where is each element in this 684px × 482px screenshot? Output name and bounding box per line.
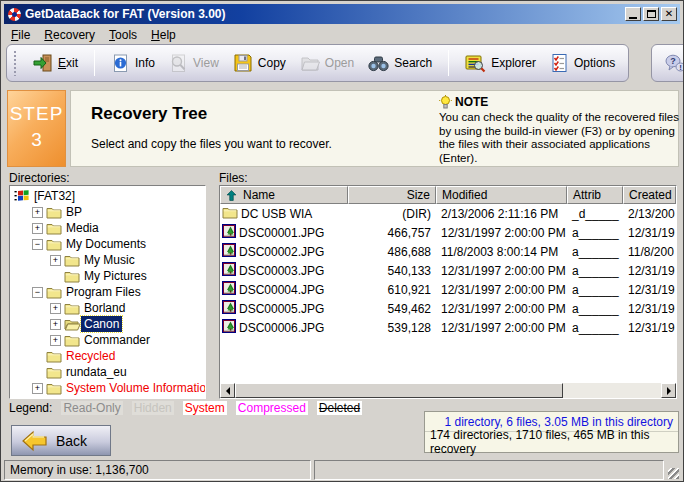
tree-item-program-files[interactable]: −Program Files (10, 284, 205, 300)
tree-expander-plus[interactable]: + (50, 303, 61, 314)
banner-panel: Recovery Tree Select and copy the files … (70, 90, 679, 167)
status-bar: Memory in use: 1,136,700 (4, 460, 680, 480)
exit-label: Exit (58, 56, 78, 70)
file-attrib: a______ (567, 261, 623, 280)
scrollbar-track[interactable] (563, 383, 661, 398)
scrollbar-thumb[interactable] (235, 383, 563, 398)
toolbar-help-group: ? ! Help (651, 44, 684, 82)
column-header-modified[interactable]: Modified (436, 186, 567, 204)
file-size: 539,128 (348, 318, 436, 337)
tree-item-rundata-eu[interactable]: rundata_eu (10, 364, 205, 380)
minimize-button[interactable] (625, 7, 641, 21)
files-panel: Name Size Modified Attrib Created DC USB… (219, 185, 677, 399)
file-name: DC USB WIA (241, 207, 312, 221)
tree-item-system-volume-information[interactable]: +System Volume Information (10, 380, 205, 396)
tree-expander-plus[interactable]: + (32, 223, 43, 234)
file-size: 486,688 (348, 242, 436, 261)
menu-file[interactable]: File (4, 27, 37, 43)
file-name: DSC00002.JPG (239, 245, 324, 259)
file-name-cell: DSC00004.JPG (220, 280, 348, 299)
help-button[interactable]: ? ! Help (658, 51, 684, 76)
tree-item-borland[interactable]: +Borland (10, 300, 205, 316)
column-header-name[interactable]: Name (220, 186, 348, 204)
file-created: 12/31/19 (623, 299, 676, 318)
search-button[interactable]: Search (361, 51, 439, 76)
explorer-label: Explorer (491, 56, 536, 70)
close-button[interactable]: ✕ (661, 7, 677, 21)
note-title: NOTE (455, 95, 488, 109)
tree-item-media[interactable]: +Media (10, 220, 205, 236)
tree-item-label: Program Files (63, 284, 144, 300)
tree-expander-plus[interactable]: + (50, 335, 61, 346)
file-row[interactable]: DC USB WIA(DIR)2/13/2006 2:11:16 PM_d___… (220, 204, 676, 223)
tree-item--fat32-[interactable]: [FAT32] (10, 188, 205, 204)
column-header-attrib[interactable]: Attrib (567, 186, 623, 204)
file-name-cell: DSC00005.JPG (220, 299, 348, 318)
tree-item-my-documents[interactable]: −My Documents (10, 236, 205, 252)
tree-item-label: BP (63, 204, 85, 220)
info-button[interactable]: Info (104, 51, 162, 76)
toolbar-grip[interactable] (13, 50, 18, 76)
exit-button[interactable]: Exit (26, 50, 85, 76)
menu-help[interactable]: Help (144, 27, 183, 43)
file-row[interactable]: DSC00005.JPG549,46212/31/1997 2:00:00 PM… (220, 299, 676, 318)
tree-expander-plus[interactable]: + (50, 255, 61, 266)
toolbar-separator (94, 50, 95, 76)
maximize-icon (647, 10, 656, 18)
copy-button[interactable]: Copy (226, 50, 293, 76)
menu-tools[interactable]: Tools (102, 27, 144, 43)
scroll-left-icon (222, 387, 230, 395)
tree-item-commander[interactable]: +Commander (10, 332, 205, 348)
tree-item-canon[interactable]: +Canon (10, 316, 205, 332)
legend-hidden: Hidden (132, 401, 174, 415)
tree-expander-minus[interactable]: − (32, 239, 43, 250)
folder-icon (222, 206, 238, 222)
tree-item-my-pictures[interactable]: My Pictures (10, 268, 205, 284)
tree-expander-plus[interactable]: + (50, 319, 61, 330)
files-rows: DC USB WIA(DIR)2/13/2006 2:11:16 PM_d___… (220, 204, 676, 337)
tree-item-label: My Pictures (81, 268, 150, 284)
scroll-right-button[interactable] (661, 383, 676, 398)
folder-icon (64, 334, 81, 347)
tree-expander-plus[interactable]: + (32, 383, 43, 394)
folder-icon (64, 302, 81, 315)
file-name-cell: DSC00002.JPG (220, 242, 348, 261)
file-row[interactable]: DSC00003.JPG540,13312/31/1997 2:00:00 PM… (220, 261, 676, 280)
menu-recovery[interactable]: Recovery (37, 27, 102, 43)
column-header-created[interactable]: Created (623, 186, 676, 204)
column-header-size[interactable]: Size (348, 186, 436, 204)
file-attrib: a______ (567, 223, 623, 242)
title-bar: GetDataBack for FAT (Version 3.00) ✕ (4, 4, 680, 24)
tree-item-bp[interactable]: +BP (10, 204, 205, 220)
search-binoculars-icon (368, 54, 389, 73)
scroll-right-icon (667, 387, 675, 395)
tree-expander-minus[interactable]: − (32, 287, 43, 298)
options-button[interactable]: Options (543, 50, 622, 76)
file-size: 610,921 (348, 280, 436, 299)
file-row[interactable]: DSC00001.JPG466,75712/31/1997 2:00:00 PM… (220, 223, 676, 242)
folder-icon (46, 206, 63, 219)
toolbar: Exit Info View (6, 44, 678, 82)
file-modified: 12/31/1997 2:00:00 PM (436, 261, 567, 280)
svg-text:?: ? (670, 56, 676, 66)
back-button[interactable]: Back (11, 425, 111, 456)
back-arrow-icon (22, 430, 48, 452)
resize-grip[interactable] (667, 460, 680, 480)
explorer-button[interactable]: Explorer (458, 50, 543, 76)
file-row[interactable]: DSC00002.JPG486,68811/8/2003 8:00:14 PMa… (220, 242, 676, 261)
scroll-left-button[interactable] (220, 383, 235, 398)
legend-system: System (183, 401, 227, 415)
window-title: GetDataBack for FAT (Version 3.00) (25, 7, 623, 21)
tree-item-label: [FAT32] (31, 188, 78, 204)
file-row[interactable]: DSC00004.JPG610,92112/31/1997 2:00:00 PM… (220, 280, 676, 299)
tree-item-my-music[interactable]: +My Music (10, 252, 205, 268)
exit-door-icon (33, 53, 53, 73)
file-row[interactable]: DSC00006.JPG539,12812/31/1997 2:00:00 PM… (220, 318, 676, 337)
maximize-button[interactable] (643, 7, 659, 21)
file-created: 12/31/19 (623, 223, 676, 242)
tree-expander-plus[interactable]: + (32, 207, 43, 218)
folder-icon (46, 222, 63, 235)
file-modified: 12/31/1997 2:00:00 PM (436, 223, 567, 242)
tree-item-recycled[interactable]: Recycled (10, 348, 205, 364)
status-bar-spacer (314, 460, 664, 480)
